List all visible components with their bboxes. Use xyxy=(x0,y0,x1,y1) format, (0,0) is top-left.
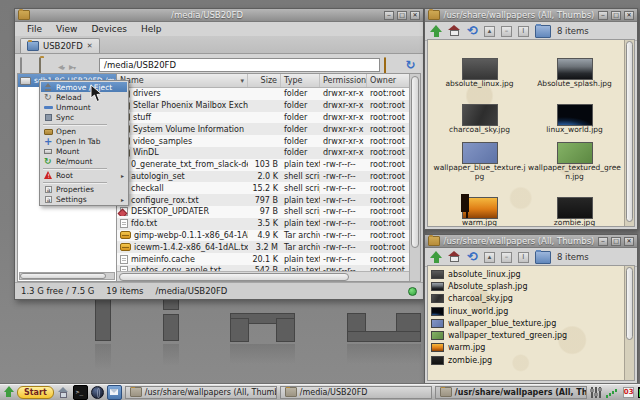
context-menu-item[interactable]: Unmount xyxy=(41,102,127,112)
up-button[interactable] xyxy=(80,58,95,72)
path-input[interactable]: /media/USB20FD xyxy=(99,58,380,72)
up-icon[interactable] xyxy=(430,251,442,264)
bookmarks-folder-icon[interactable] xyxy=(535,25,551,38)
file-row[interactable]: mimeinfo.cache 20.1 K plain text dc -rw-… xyxy=(117,253,409,265)
start-arrow-icon[interactable] xyxy=(3,386,14,398)
file-name: WinDL xyxy=(133,148,159,157)
new-tab-button[interactable] xyxy=(39,58,54,72)
maximize-button[interactable] xyxy=(611,11,621,20)
maximize-button[interactable] xyxy=(611,237,621,246)
refresh-icon[interactable]: ⟲ xyxy=(467,250,478,264)
close-button[interactable] xyxy=(624,237,634,246)
wallpaper-item[interactable]: absolute_linux.jpg xyxy=(432,42,527,89)
context-menu-item[interactable]: Mount xyxy=(41,146,127,156)
home-icon[interactable] xyxy=(448,25,461,37)
minimize-button[interactable] xyxy=(598,237,608,246)
tab-close-icon[interactable] xyxy=(87,42,93,50)
wallpaper-item[interactable]: wallpaper_blue_texture.jpg xyxy=(432,135,527,182)
quicklaunch-browser-icon[interactable] xyxy=(91,386,104,399)
file-row[interactable]: WinDL folder drwxr-xr-x root:root xyxy=(117,147,409,159)
resize-icon[interactable]: I xyxy=(518,252,529,263)
wallpaper-item[interactable]: Absolute_splash.jpg xyxy=(431,280,622,292)
refresh-button[interactable]: ↻ xyxy=(403,58,418,72)
file-row[interactable]: icewm-1.4.2-x86_64-1dAL.txz 3.2 M Tar ar… xyxy=(117,241,409,253)
wallpaper-item[interactable]: charcoal_sky.jpg xyxy=(432,89,527,136)
file-row[interactable]: 0_generate_txt_from_slack-desc.txt 103 B… xyxy=(117,159,409,171)
file-row[interactable]: checkall 15.2 K shell script -rw-r--r-- … xyxy=(117,182,409,194)
minimize-button[interactable] xyxy=(384,11,394,20)
menubar-item[interactable]: View xyxy=(49,24,84,34)
quicklaunch-home-icon[interactable] xyxy=(57,386,70,399)
context-menu-item[interactable]: Remove / Eject xyxy=(41,82,127,92)
vscrollbar[interactable] xyxy=(624,40,634,226)
file-row[interactable]: autologin_set 2.0 K shell script -rw-r--… xyxy=(117,171,409,183)
wallpaper-item[interactable]: wallpaper_textured_green.jpg xyxy=(527,135,622,182)
file-row[interactable]: fdo.txt 3.5 K plain text dc -rw-r--r-- r… xyxy=(117,218,409,230)
eject-icon[interactable]: ▴ xyxy=(484,252,495,263)
wallpaper-item[interactable]: zombie.jpg xyxy=(431,354,622,366)
vscrollbar[interactable] xyxy=(624,266,634,380)
wallpaper-item[interactable]: Absolute_splash.jpg xyxy=(527,42,622,89)
maximize-button[interactable] xyxy=(397,11,407,20)
file-row[interactable]: video_samples folder drwxr-xr-x root:roo… xyxy=(117,135,409,147)
column-size[interactable]: Size xyxy=(248,74,281,87)
sidebar-hscrollbar[interactable] xyxy=(19,272,115,280)
network-signal-icon[interactable] xyxy=(606,387,619,398)
resize-icon[interactable]: I xyxy=(518,26,529,37)
wallpaper-item[interactable]: wallpaper_blue_texture.jpg xyxy=(431,317,622,329)
wallpaper-item[interactable]: charcoal_sky.jpg xyxy=(431,293,622,305)
file-row[interactable]: stuff folder drwxr-xr-x root:root xyxy=(117,112,409,124)
eject-icon[interactable]: ▴ xyxy=(484,26,495,37)
home-icon[interactable] xyxy=(448,251,461,263)
start-button[interactable]: Start xyxy=(17,386,54,399)
wallpaper-item[interactable]: linux_world.jpg xyxy=(527,89,622,136)
close-button[interactable] xyxy=(410,11,420,20)
quicklaunch-mail-icon[interactable] xyxy=(107,385,122,400)
titlebar[interactable]: /usr/share/wallpapers (All, Thumbs) xyxy=(425,9,637,22)
menubar-item[interactable]: File xyxy=(20,24,49,34)
wallpaper-item[interactable]: zombie.jpg xyxy=(527,182,622,228)
quicklaunch-terminal-icon[interactable] xyxy=(73,385,88,400)
hide-icon[interactable]: – xyxy=(501,252,512,263)
up-icon[interactable] xyxy=(430,25,442,38)
file-row[interactable]: Stellar Phoenix Mailbox Exchange R... fo… xyxy=(117,100,409,112)
file-row[interactable]: System Volume Information folder drwxr-x… xyxy=(117,123,409,135)
column-permission[interactable]: Permission xyxy=(320,74,367,87)
wallpaper-item[interactable]: linux_world.jpg xyxy=(431,305,622,317)
tab-usb20fd[interactable]: USB20FD xyxy=(20,38,100,53)
list-hscrollbar[interactable] xyxy=(117,271,409,281)
task-button[interactable]: /media/USB20FD xyxy=(280,386,432,399)
file-row[interactable]: drivers folder drwxr-xr-x root:root xyxy=(117,88,409,100)
wallpaper-item[interactable]: warm.jpg xyxy=(432,182,527,228)
wallpaper-item[interactable]: wallpaper_textured_green.jpg xyxy=(431,329,622,341)
file-row[interactable]: configure_rox.txt 797 B plain text dc -r… xyxy=(117,194,409,206)
task-button[interactable]: /usr/share/wallpapers (All, Thumbs) xyxy=(125,386,277,399)
bookmark-button[interactable] xyxy=(384,58,399,72)
column-owner[interactable]: Owner xyxy=(367,74,409,87)
close-button[interactable] xyxy=(624,11,634,20)
titlebar[interactable]: /media/USB20FD xyxy=(15,9,423,22)
file-row[interactable]: gimp-webp-0.1.1-x86_64-1AL.txz 4.9 K Tar… xyxy=(117,230,409,242)
file-row[interactable]: DESKTOP_UPDATER 97 B shell script -rw-r-… xyxy=(117,206,409,218)
context-menu-item[interactable]: Open In Tab xyxy=(41,136,127,146)
forward-button[interactable]: ▸▾ xyxy=(69,55,76,74)
wallpaper-item[interactable]: warm.jpg xyxy=(431,342,622,354)
back-button[interactable]: ◂▾ xyxy=(58,55,65,74)
titlebar[interactable]: /usr/share/wallpapers (All, Thumbs) xyxy=(425,235,637,248)
menubar-item[interactable]: Devices xyxy=(84,24,133,34)
context-menu-item[interactable]: Reload xyxy=(41,92,127,102)
list-vscrollbar[interactable] xyxy=(409,74,420,281)
bookmarks-folder-icon[interactable] xyxy=(535,251,551,264)
column-name[interactable]: Name xyxy=(117,74,248,87)
new-window-button[interactable] xyxy=(20,58,35,72)
hide-icon[interactable]: – xyxy=(501,26,512,37)
context-menu-item[interactable]: Settings ▸ xyxy=(41,194,127,204)
menubar-item[interactable]: Help xyxy=(134,24,169,34)
volume-mixer-icon[interactable] xyxy=(590,387,602,398)
wallpaper-item[interactable]: absolute_linux.jpg xyxy=(431,268,622,280)
column-type[interactable]: Type xyxy=(281,74,320,87)
task-button[interactable]: /usr/share/wallpapers (All, Thumbs) xyxy=(435,386,587,399)
minimize-button[interactable] xyxy=(598,11,608,20)
refresh-icon[interactable]: ⟲ xyxy=(467,24,478,38)
calendar-tray-icon[interactable]: 03 xyxy=(623,387,634,398)
